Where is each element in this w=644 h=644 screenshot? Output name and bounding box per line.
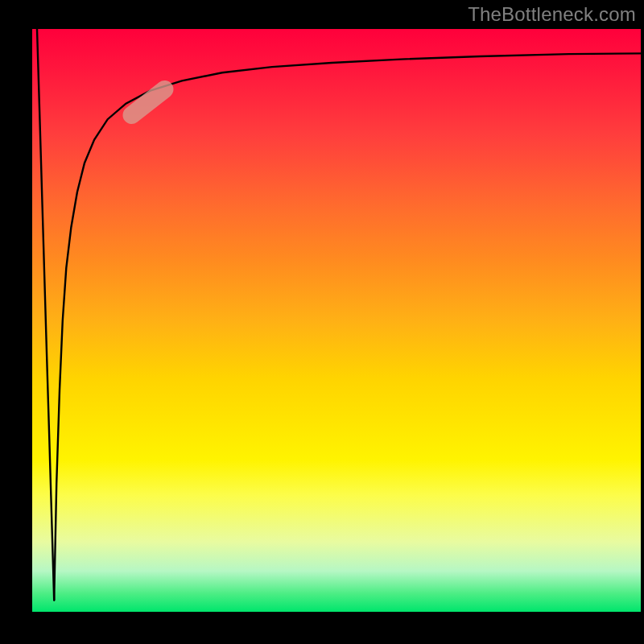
curve-down — [37, 29, 54, 601]
chart-root: TheBottleneck.com — [0, 0, 644, 644]
watermark-text: TheBottleneck.com — [468, 3, 636, 26]
curve-up — [54, 53, 641, 600]
plot-area — [32, 29, 641, 612]
